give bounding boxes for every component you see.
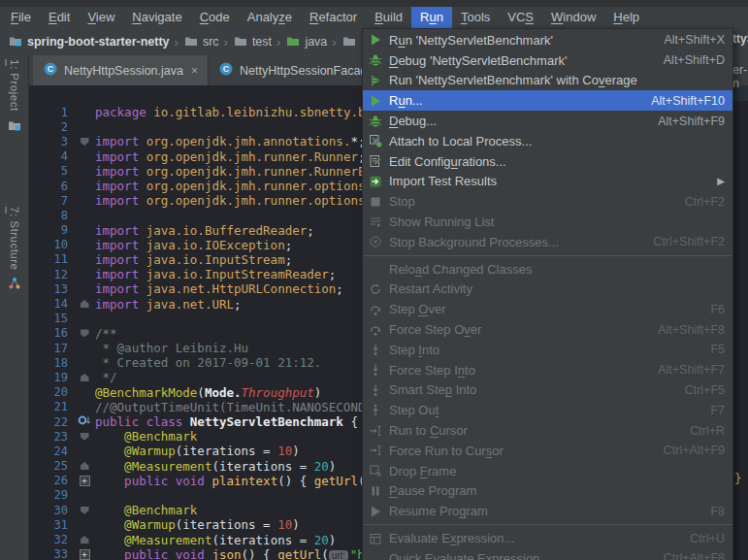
run-menu-item-run-to-cursor[interactable]: Run to CursorCtrl+R: [363, 420, 732, 441]
tool-window-bar: 1: Project7: Structure: [0, 55, 29, 560]
run-menu-item-stop[interactable]: StopCtrl+F2: [363, 191, 732, 212]
breadcrumb-item-test[interactable]: test: [233, 33, 272, 51]
tool-window-button-project[interactable]: 1: Project: [7, 59, 22, 137]
menubar-item-help[interactable]: Help: [604, 7, 648, 28]
menu-item-shortcut: Ctrl+Shift+F2: [653, 235, 725, 248]
run-menu-item-reload-changed-classes[interactable]: Reload Changed Classes: [363, 259, 732, 280]
run-menu-item-force-step-into[interactable]: Force Step IntoAlt+Shift+F7: [363, 360, 732, 380]
menubar-item-navigate[interactable]: Navigate: [123, 7, 190, 28]
run-menu-item-smart-step-into[interactable]: Smart Step IntoCtrl+F5: [363, 380, 732, 401]
run-menu-item-edit-configurations[interactable]: Edit Configurations...: [363, 151, 732, 172]
run-menu-item-resume-program[interactable]: Resume ProgramF8: [363, 501, 732, 521]
line-number: 6: [29, 180, 74, 193]
breadcrumb-item-src[interactable]: src: [183, 33, 219, 51]
project-folder-icon: [8, 33, 23, 51]
run-menu-item-debug[interactable]: Debug...Alt+Shift+F9: [363, 111, 732, 131]
run-menu-item-import-test-results[interactable]: Import Test Results▶: [363, 172, 732, 192]
run-menu-item-step-into[interactable]: Step IntoF5: [363, 340, 732, 360]
step-into-icon: [367, 342, 384, 357]
fold-expand-icon[interactable]: +: [80, 476, 90, 486]
class-icon: C: [43, 61, 58, 80]
run-menu-item-quick-evaluate-expression[interactable]: Quick Evaluate ExpressionCtrl+Alt+F8: [363, 548, 732, 560]
menu-item-label: Attach to Local Process...: [389, 134, 532, 148]
fold-collapse-icon[interactable]: [81, 138, 89, 146]
line-number: 21: [29, 400, 74, 413]
breadcrumb-item[interactable]: [341, 33, 357, 51]
run-menu-item-run-nettyservletbenchmark-with-coverage[interactable]: Run 'NettyServletBenchmark' with Coverag…: [363, 71, 732, 91]
run-menu-item-attach-to-local-process[interactable]: Attach to Local Process...: [363, 131, 732, 151]
line-number: 15: [29, 312, 74, 325]
class-marker-icon[interactable]: [77, 412, 92, 431]
menubar-item-tools[interactable]: Tools: [452, 7, 499, 28]
menubar-item-analyze[interactable]: Analyze: [239, 7, 301, 28]
run-menu-item-drop-frame[interactable]: Drop Frame: [363, 461, 732, 481]
line-number: 1: [29, 106, 74, 119]
line-number: 33: [29, 547, 74, 560]
menu-item-label: Restart Activity: [389, 281, 472, 296]
run-menu-item-force-run-to-cursor[interactable]: Force Run to CursorCtrl+Alt+F9: [363, 441, 732, 461]
breadcrumb-item-spring-boot-starter-netty[interactable]: spring-boot-starter-netty: [8, 33, 170, 51]
breadcrumb-item-java[interactable]: java: [285, 33, 327, 51]
fold-expand-icon[interactable]: +: [80, 549, 90, 560]
fold-collapse-end-icon[interactable]: [81, 374, 89, 381]
run-menu-item-run[interactable]: Run...Alt+Shift+F10: [363, 90, 732, 111]
line-number: 32: [29, 533, 74, 546]
menu-item-label: Run 'NettyServletBenchmark': [389, 33, 553, 48]
step-into-icon: [367, 362, 384, 378]
menu-item-label: Drop Frame: [389, 464, 456, 478]
menu-item-label: Evaluate Expression...: [389, 531, 514, 545]
run-menu-popup: Run 'NettyServletBenchmark'Alt+Shift+XDe…: [362, 28, 733, 560]
menubar-item-vcs[interactable]: VCS: [499, 7, 542, 28]
run-menu-item-run-nettyservletbenchmark[interactable]: Run 'NettyServletBenchmark'Alt+Shift+X: [363, 30, 732, 50]
menubar-item-edit[interactable]: Edit: [40, 7, 79, 28]
run-menu-item-step-out[interactable]: Step OutF7: [363, 400, 732, 420]
menu-item-label: Show Running List: [389, 214, 494, 229]
run-menu-item-debug-nettyservletbenchmark[interactable]: Debug 'NettyServletBenchmark'Alt+Shift+D: [363, 50, 732, 71]
run-menu-item-force-step-over[interactable]: Force Step OverAlt+Shift+F8: [363, 319, 732, 340]
gutter-fold-column: [74, 412, 95, 431]
menubar-item-view[interactable]: View: [79, 7, 123, 28]
breadcrumb-separator: ›: [175, 35, 179, 49]
stop-icon: [367, 194, 384, 210]
gutter-fold-column: +: [74, 549, 95, 560]
menubar-item-build[interactable]: Build: [366, 7, 411, 28]
line-number: 31: [29, 518, 74, 532]
resume-icon: [367, 504, 384, 519]
menu-item-shortcut: Ctrl+U: [690, 532, 725, 545]
menu-separator: [364, 524, 732, 525]
breadcrumb-label: spring-boot-starter-netty: [27, 35, 170, 49]
menu-item-label: Step Over: [389, 302, 446, 316]
restart-icon: [367, 281, 384, 297]
tab-close-icon[interactable]: ×: [191, 64, 198, 78]
run-menu-item-show-running-list[interactable]: Show Running List: [363, 212, 732, 232]
fold-collapse-end-icon[interactable]: [81, 536, 89, 544]
editor-tab[interactable]: CNettyHttpSession.java×: [33, 55, 209, 85]
fold-collapse-end-icon[interactable]: [81, 300, 89, 308]
line-number: 29: [29, 488, 74, 502]
run-icon: [367, 32, 384, 48]
run-menu-item-evaluate-expression[interactable]: Evaluate Expression...Ctrl+U: [363, 528, 732, 548]
line-number: 26: [29, 474, 74, 487]
menubar-item-run[interactable]: Run: [411, 7, 452, 28]
menubar-item-code[interactable]: Code: [191, 7, 239, 28]
menu-item-label: Debug...: [389, 114, 437, 128]
fold-collapse-end-icon[interactable]: [81, 462, 89, 470]
menubar-item-window[interactable]: Window: [542, 7, 604, 28]
menubar-item-file[interactable]: File: [2, 7, 40, 28]
attach-icon: [367, 133, 384, 148]
tool-window-button-structure[interactable]: 7: Structure: [7, 207, 22, 295]
menubar-item-refactor[interactable]: Refactor: [301, 7, 366, 28]
fold-collapse-icon[interactable]: [81, 507, 89, 514]
run-menu-item-step-over[interactable]: Step OverF6: [363, 299, 732, 319]
ide-window: FileEditViewNavigateCodeAnalyzeRefactorB…: [0, 0, 748, 560]
run-menu-item-pause-program[interactable]: Pause Program: [363, 481, 732, 502]
fold-collapse-icon[interactable]: [81, 433, 89, 441]
folder-icon: [183, 33, 199, 51]
menu-item-label: Edit Configurations...: [389, 154, 506, 169]
menu-item-label: Run 'NettyServletBenchmark' with Coverag…: [389, 73, 637, 87]
run-menu-item-stop-background-processes[interactable]: Stop Background Processes...Ctrl+Shift+F…: [363, 232, 732, 252]
running-list-icon: [367, 214, 384, 230]
fold-collapse-icon[interactable]: [81, 329, 89, 337]
line-number: 4: [29, 149, 74, 163]
run-menu-item-restart-activity[interactable]: Restart Activity: [363, 280, 732, 300]
